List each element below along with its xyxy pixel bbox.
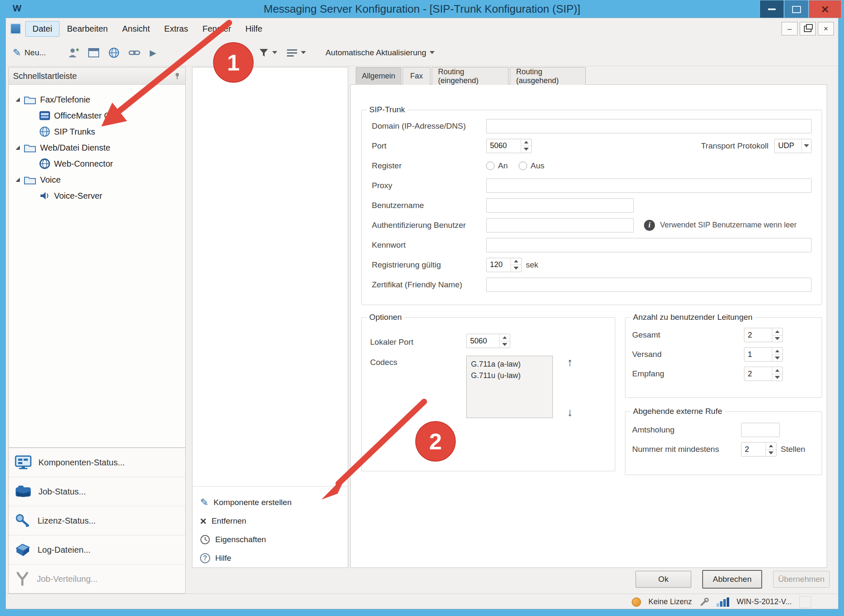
total-stepper[interactable]: 2 [744,328,783,342]
component-tree: Fax/Telefonie OfficeMaster G... SIP Trun… [9,85,185,447]
cert-input[interactable] [486,278,812,292]
add-user-button[interactable] [68,47,79,58]
domain-input[interactable] [486,119,812,133]
register-on-radio[interactable] [486,162,495,170]
spin-down-button[interactable] [772,374,782,381]
spin-down-button[interactable] [766,450,776,457]
komponente-erstellen-button[interactable]: ✎ Komponente erstellen [192,493,348,512]
window-view-button[interactable] [88,48,99,58]
delete-x-icon: × [236,46,243,59]
tab-allgemein[interactable]: Allgemein [356,67,401,85]
lizenz-status-button[interactable]: Lizenz-Status... [9,506,185,535]
tree-item-fax-telefonie[interactable]: Fax/Telefonie [9,92,185,108]
apply-button[interactable]: Übernehmen [773,571,830,588]
username-input[interactable] [486,198,634,213]
view-options-button[interactable] [287,49,306,57]
transport-select[interactable]: UDP [774,139,812,153]
spin-down-button[interactable] [500,341,510,348]
move-down-icon[interactable]: ↓ [567,406,573,419]
maximize-button[interactable] [784,0,809,19]
tree-item-voice-server[interactable]: Voice-Server [9,188,185,204]
help-icon: ? [200,553,210,563]
spin-up-button[interactable] [772,348,782,355]
start-button[interactable]: ▶ [150,48,156,58]
tree-item-voice[interactable]: Voice [9,172,185,188]
codec-item[interactable]: G.711a (a-law) [471,359,548,370]
expander-icon[interactable] [16,97,20,102]
menu-ansicht[interactable]: Ansicht [115,22,157,36]
spin-up-button[interactable] [772,328,782,335]
port-stepper[interactable]: 5060 [486,139,532,153]
spin-up-button[interactable] [500,334,510,341]
tree-item-web-datei-dienste[interactable]: Web/Datei Dienste [9,140,185,156]
reg-valid-label: Registrierung gültig [372,260,486,270]
cancel-button[interactable]: Abbrechen [702,570,762,589]
trunk-prefix-input[interactable] [741,423,780,437]
komponenten-status-button[interactable]: Komponenten-Status... [9,448,185,477]
password-input[interactable] [486,238,812,252]
menu-fenster[interactable]: Fenster [196,22,238,36]
proxy-input[interactable] [486,178,812,193]
codec-item[interactable]: G.711u (u-law) [471,370,548,381]
tab-routing-ausgehend[interactable]: Routing (ausgehend) [510,67,586,85]
auto-refresh-dropdown[interactable]: Automatische Aktualisierung [325,48,435,57]
register-off-radio[interactable] [519,162,527,170]
total-value: 2 [744,328,772,342]
spin-up-button[interactable] [772,367,782,374]
new-button[interactable]: ✎ Neu... [13,47,46,59]
minimize-button[interactable] [760,0,784,19]
tree-item-sip-trunks[interactable]: SIP Trunks [9,124,185,140]
codec-list[interactable]: G.711a (a-law) G.711u (u-law) [466,356,553,418]
resize-grip[interactable] [799,596,811,608]
entfernen-button[interactable]: × Entfernen [192,512,348,530]
spin-down-button[interactable] [772,355,782,362]
reg-valid-stepper[interactable]: 120 [486,258,522,272]
tree-item-officemaster[interactable]: OfficeMaster G... [9,108,185,124]
ok-button[interactable]: Ok [636,571,691,588]
network-button[interactable] [108,47,119,58]
spin-down-button[interactable] [521,146,531,153]
log-dateien-button[interactable]: Log-Dateien... [9,535,185,564]
properties-icon [200,535,210,545]
close-button[interactable]: × [809,0,841,19]
local-port-stepper[interactable]: 5060 [466,334,510,348]
tree-item-web-connector[interactable]: Web-Connector [9,156,185,172]
expander-icon[interactable] [16,178,20,182]
outgoing-calls-group-title: Abgehende externe Rufe [630,407,725,416]
spin-up-button[interactable] [511,258,521,265]
action-label: Entfernen [211,516,246,526]
titlebar: W Messaging Server Konfiguration - [SIP-… [0,0,844,18]
sip-trunk-group: SIP-Trunk Domain (IP-Adresse/DNS) Port 5… [361,105,822,305]
tab-routing-eingehend[interactable]: Routing (eingehend) [432,67,509,85]
spin-down-button[interactable] [772,335,782,342]
auth-user-input[interactable] [486,218,634,232]
menu-bearbeiten[interactable]: Bearbeiten [60,22,115,36]
job-verteilung-button[interactable]: Job-Verteilung... [9,564,185,593]
menu-hilfe[interactable]: Hilfe [239,22,269,36]
spin-up-button[interactable] [521,139,531,146]
mdi-close-button[interactable]: × [818,22,834,35]
menu-extras[interactable]: Extras [157,22,195,36]
mdi-minimize-button[interactable]: – [782,22,798,35]
mdi-restore-button[interactable] [800,22,816,35]
move-up-icon[interactable]: ↑ [567,356,573,369]
component-list[interactable] [192,68,348,486]
job-status-button[interactable]: Job-Status... [9,477,185,506]
expander-icon[interactable] [16,146,20,150]
delete-button[interactable]: × [236,46,243,59]
refresh-button[interactable] [216,47,227,58]
spin-up-button[interactable] [766,443,776,450]
spin-down-button[interactable] [511,265,521,272]
send-stepper[interactable]: 1 [744,347,783,362]
tab-fax[interactable]: Fax [403,67,430,85]
tree-item-label: Fax/Telefonie [40,95,90,105]
link-button[interactable] [129,48,141,57]
pin-icon[interactable] [173,72,181,80]
filter-button[interactable] [259,48,277,58]
receive-stepper[interactable]: 2 [744,367,783,381]
menu-datei[interactable]: Datei [25,21,60,37]
eigenschaften-button[interactable]: Eigenschaften [192,530,348,549]
new-button-label: Neu... [24,48,46,57]
min-digits-stepper[interactable]: 2 [741,442,776,457]
hilfe-button[interactable]: ? Hilfe [192,549,348,567]
